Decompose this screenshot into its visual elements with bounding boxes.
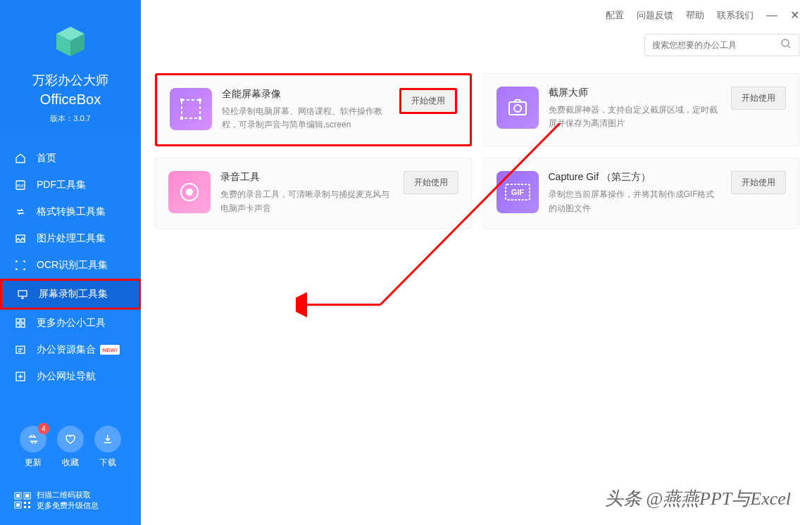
- start-use-button[interactable]: 开始使用: [399, 88, 457, 114]
- action-label: 收藏: [57, 457, 84, 469]
- tool-text: 截屏大师 免费截屏神器，支持自定义截屏区域，定时截屏并保存为高清图片: [549, 87, 722, 130]
- tool-card-screenshot: 截屏大师 免费截屏神器，支持自定义截屏区域，定时截屏并保存为高清图片 开始使用: [483, 73, 800, 146]
- sidebar: 万彩办公大师 OfficeBox 版本：3.0.7 首页 PDF PDF工具集 …: [0, 0, 141, 525]
- screen-record-icon: [170, 88, 212, 130]
- sidebar-item-links[interactable]: 办公网址导航: [0, 363, 141, 390]
- start-use-button[interactable]: 开始使用: [731, 87, 786, 110]
- svg-rect-29: [180, 117, 183, 120]
- search-icon[interactable]: [780, 38, 792, 52]
- resources-icon: [14, 343, 27, 356]
- nav-list: 首页 PDF PDF工具集 格式转换工具集 图片处理工具集 OCR识别工具集 屏…: [0, 145, 141, 390]
- sidebar-item-label: 图片处理工具集: [37, 232, 106, 245]
- sidebar-item-label: OCR识别工具集: [37, 259, 108, 272]
- svg-rect-28: [199, 99, 201, 101]
- home-icon: [14, 152, 27, 165]
- svg-rect-21: [24, 502, 26, 504]
- tool-text: 录音工具 免费的录音工具，可清晰录制与捕捉麦克风与电脑声卡声音: [220, 171, 394, 215]
- start-use-button[interactable]: 开始使用: [404, 171, 458, 194]
- svg-point-32: [514, 105, 521, 112]
- minimize-button[interactable]: —: [766, 9, 777, 22]
- close-button[interactable]: ✕: [790, 8, 799, 22]
- svg-text:NEW!: NEW!: [102, 347, 117, 353]
- svg-rect-8: [21, 319, 25, 322]
- sidebar-item-label: 格式转换工具集: [37, 205, 106, 218]
- tool-desc: 免费的录音工具，可清晰录制与捕捉麦克风与电脑声卡声音: [220, 188, 394, 215]
- tool-title: 截屏大师: [549, 87, 722, 99]
- tool-title: Capture Gif （第三方）: [549, 171, 722, 184]
- svg-rect-26: [182, 100, 200, 118]
- menu-help[interactable]: 帮助: [686, 9, 704, 22]
- svg-rect-6: [18, 291, 27, 296]
- image-icon: [14, 232, 27, 245]
- svg-rect-11: [16, 346, 25, 353]
- tool-card-screen-record: 全能屏幕录像 轻松录制电脑屏幕、网络课程、软件操作教程，可录制声音与简单编辑,s…: [155, 73, 472, 146]
- update-icon: [27, 433, 39, 445]
- update-badge: 4: [38, 423, 49, 434]
- sidebar-item-resources[interactable]: 办公资源集合 NEW!: [0, 336, 141, 363]
- sidebar-item-label: 办公资源集合: [37, 343, 96, 356]
- logo-area: 万彩办公大师 OfficeBox 版本：3.0.7: [0, 0, 141, 138]
- qr-icon: [14, 492, 31, 509]
- app-subtitle: OfficeBox: [0, 91, 141, 108]
- menu-contact[interactable]: 联系我们: [717, 9, 754, 22]
- favorite-button[interactable]: 收藏: [57, 426, 84, 469]
- logo-icon: [49, 21, 92, 63]
- tool-desc: 录制您当前屏幕操作，并将其制作成GIF格式的动图文件: [549, 188, 722, 215]
- sidebar-item-image[interactable]: 图片处理工具集: [0, 225, 141, 252]
- sidebar-item-convert[interactable]: 格式转换工具集: [0, 198, 141, 225]
- svg-rect-7: [16, 319, 20, 322]
- sidebar-item-label: 首页: [37, 152, 56, 165]
- tool-grid: 全能屏幕录像 轻松录制电脑屏幕、网络课程、软件操作教程，可录制声音与简单编辑,s…: [155, 73, 799, 229]
- svg-rect-24: [28, 506, 30, 508]
- convert-icon: [14, 205, 27, 218]
- svg-text:PDF: PDF: [17, 184, 24, 188]
- grid-icon: [14, 317, 27, 329]
- sidebar-item-pdf[interactable]: PDF PDF工具集: [0, 172, 141, 198]
- tool-text: Capture Gif （第三方） 录制您当前屏幕操作，并将其制作成GIF格式的…: [549, 171, 722, 215]
- tool-desc: 免费截屏神器，支持自定义截屏区域，定时截屏并保存为高清图片: [549, 103, 722, 130]
- svg-point-25: [782, 39, 789, 46]
- svg-rect-18: [25, 494, 29, 498]
- sidebar-item-label: 办公网址导航: [37, 370, 96, 383]
- screenshot-icon: [496, 87, 539, 129]
- menu-config[interactable]: 配置: [606, 9, 624, 22]
- start-use-button[interactable]: 开始使用: [731, 171, 786, 194]
- download-button[interactable]: 下载: [94, 426, 121, 469]
- search-input[interactable]: [652, 40, 780, 50]
- svg-text:GIF: GIF: [511, 188, 524, 196]
- tool-card-audio-record: 录音工具 免费的录音工具，可清晰录制与捕捉麦克风与电脑声卡声音 开始使用: [155, 158, 472, 228]
- search-bar: [644, 34, 799, 56]
- tool-desc: 轻松录制电脑屏幕、网络课程、软件操作教程，可录制声音与简单编辑,screen: [222, 105, 389, 132]
- menu-feedback[interactable]: 问题反馈: [637, 9, 673, 22]
- svg-rect-23: [24, 506, 26, 508]
- svg-point-34: [186, 189, 193, 196]
- gif-icon: GIF: [496, 171, 539, 213]
- qr-area[interactable]: 扫描二维码获取 更多免费升级信息: [14, 490, 99, 511]
- update-button[interactable]: 4 更新: [20, 426, 46, 469]
- svg-rect-22: [28, 502, 30, 504]
- svg-rect-16: [16, 494, 20, 498]
- ocr-icon: [14, 259, 27, 272]
- heart-icon: [64, 433, 77, 445]
- bottom-actions: 4 更新 收藏 下载: [0, 426, 141, 469]
- monitor-icon: [16, 288, 29, 301]
- sidebar-item-screen-record[interactable]: 屏幕录制工具集: [0, 279, 141, 310]
- sidebar-item-label: 更多办公小工具: [37, 317, 106, 329]
- svg-rect-31: [509, 102, 526, 115]
- sidebar-item-ocr[interactable]: OCR识别工具集: [0, 252, 141, 279]
- main-content: 配置 问题反馈 帮助 联系我们 — ✕ 全能屏幕录像 轻松录制电脑屏幕、网络课程…: [141, 0, 812, 525]
- action-label: 更新: [20, 457, 46, 469]
- action-label: 下载: [94, 457, 121, 469]
- sidebar-item-more[interactable]: 更多办公小工具: [0, 310, 141, 336]
- svg-rect-30: [199, 117, 201, 120]
- svg-rect-9: [16, 324, 20, 327]
- sidebar-item-label: PDF工具集: [37, 179, 86, 191]
- sidebar-item-label: 屏幕录制工具集: [39, 288, 108, 301]
- tool-title: 全能屏幕录像: [222, 88, 389, 101]
- compass-icon: [14, 370, 27, 383]
- top-menu: 配置 问题反馈 帮助 联系我们 — ✕: [606, 8, 799, 22]
- svg-rect-20: [16, 503, 20, 507]
- sidebar-item-home[interactable]: 首页: [0, 145, 141, 172]
- watermark: 头条 @燕燕PPT与Excel: [605, 486, 791, 511]
- qr-text: 扫描二维码获取 更多免费升级信息: [37, 490, 99, 511]
